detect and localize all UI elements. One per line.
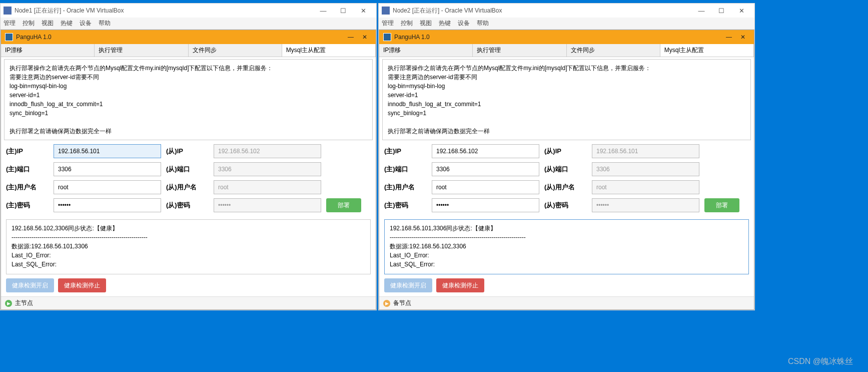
tab-filesync[interactable]: 文件同步 [189, 44, 282, 57]
menu-hotkey[interactable]: 热键 [61, 19, 73, 28]
virtualbox-window-node2: Node2 [正在运行] - Oracle VM VirtualBox — ☐ … [378, 3, 755, 310]
status-textbox: 192.168.56.101,3306同步状态:【健康】------------… [384, 219, 749, 274]
label-slave-ip: (从)IP [544, 147, 587, 156]
watermark: CSDN @魄冰蛛丝 [788, 356, 853, 367]
label-slave-port: (从)端口 [166, 165, 209, 174]
tab-filesync[interactable]: 文件同步 [567, 44, 660, 57]
close-icon[interactable]: ✕ [353, 5, 373, 17]
tab-mysql[interactable]: Mysql主从配置 [660, 44, 754, 57]
config-form: (主)IP (从)IP (主)端口 (从)端口 (主)用户名 (从)用户名 (主… [1, 144, 376, 217]
app-icon [5, 33, 13, 41]
minimize-icon[interactable]: — [691, 5, 711, 17]
slave-ip-input [214, 144, 321, 158]
tab-bar: IP漂移 执行管理 文件同步 Mysql主从配置 [1, 44, 376, 57]
tab-ipdrift[interactable]: IP漂移 [379, 44, 473, 57]
play-icon: ▶ [5, 300, 12, 307]
master-user-input[interactable] [54, 180, 161, 194]
label-master-pwd: (主)密码 [384, 201, 427, 210]
master-user-input[interactable] [432, 180, 539, 194]
menu-help[interactable]: 帮助 [477, 19, 489, 28]
label-slave-user: (从)用户名 [544, 183, 587, 192]
deploy-button[interactable]: 部署 [326, 198, 361, 212]
menu-device[interactable]: 设备 [80, 19, 92, 28]
inner-minimize-icon[interactable]: — [722, 32, 736, 42]
node-role-label: 主节点 [15, 299, 33, 307]
menu-control[interactable]: 控制 [401, 19, 413, 28]
node-role-label: 备节点 [393, 299, 411, 307]
master-pwd-input[interactable] [54, 198, 161, 212]
tab-exec[interactable]: 执行管理 [473, 44, 566, 57]
vb-menubar: 管理 控制 视图 热键 设备 帮助 [379, 18, 754, 30]
slave-user-input [214, 180, 321, 194]
label-master-user: (主)用户名 [6, 183, 49, 192]
app-icon [383, 33, 391, 41]
status-textbox: 192.168.56.102,3306同步状态:【健康】------------… [6, 219, 371, 274]
label-slave-pwd: (从)密码 [544, 201, 587, 210]
vb-menubar: 管理 控制 视图 热键 设备 帮助 [1, 18, 376, 30]
menu-manage[interactable]: 管理 [382, 19, 394, 28]
master-port-input[interactable] [432, 162, 539, 176]
master-pwd-input[interactable] [432, 198, 539, 212]
label-slave-port: (从)端口 [544, 165, 587, 174]
label-master-ip: (主)IP [6, 147, 49, 156]
vb-titlebar[interactable]: Node2 [正在运行] - Oracle VM VirtualBox — ☐ … [379, 4, 754, 18]
maximize-icon[interactable]: ☐ [711, 5, 731, 17]
info-textbox: 执行部署操作之前请先在两个节点的Mysql配置文件my.ini的[mysqld]… [4, 59, 373, 140]
maximize-icon[interactable]: ☐ [333, 5, 353, 17]
inner-title: PanguHA 1.0 [394, 34, 430, 41]
label-master-port: (主)端口 [6, 165, 49, 174]
label-master-user: (主)用户名 [384, 183, 427, 192]
slave-port-input [214, 162, 321, 176]
label-slave-ip: (从)IP [166, 147, 209, 156]
health-stop-button[interactable]: 健康检测停止 [58, 278, 106, 292]
tab-ipdrift[interactable]: IP漂移 [1, 44, 95, 57]
label-master-ip: (主)IP [384, 147, 427, 156]
menu-hotkey[interactable]: 热键 [439, 19, 451, 28]
tab-mysql[interactable]: Mysql主从配置 [282, 44, 376, 57]
info-textbox: 执行部署操作之前请先在两个节点的Mysql配置文件my.ini的[mysqld]… [382, 59, 751, 140]
tab-exec[interactable]: 执行管理 [95, 44, 188, 57]
slave-port-input [592, 162, 699, 176]
menu-manage[interactable]: 管理 [4, 19, 16, 28]
inner-title: PanguHA 1.0 [16, 34, 52, 41]
minimize-icon[interactable]: — [313, 5, 333, 17]
slave-user-input [592, 180, 699, 194]
master-ip-input[interactable] [432, 144, 539, 158]
inner-minimize-icon[interactable]: — [344, 32, 358, 42]
label-master-port: (主)端口 [384, 165, 427, 174]
master-port-input[interactable] [54, 162, 161, 176]
slave-pwd-input [214, 198, 321, 212]
deploy-button[interactable]: 部署 [704, 198, 739, 212]
panguha-window: PanguHA 1.0 — ✕ IP漂移 执行管理 文件同步 Mysql主从配置… [1, 30, 376, 310]
label-master-pwd: (主)密码 [6, 201, 49, 210]
status-footer: ▶ 备节点 [379, 296, 754, 309]
vb-icon [382, 7, 390, 15]
health-stop-button[interactable]: 健康检测停止 [436, 278, 484, 292]
menu-device[interactable]: 设备 [458, 19, 470, 28]
inner-close-icon[interactable]: ✕ [358, 32, 372, 42]
menu-help[interactable]: 帮助 [99, 19, 111, 28]
vb-title: Node1 [正在运行] - Oracle VM VirtualBox [15, 7, 124, 15]
menu-view[interactable]: 视图 [42, 19, 54, 28]
inner-close-icon[interactable]: ✕ [736, 32, 750, 42]
vb-titlebar[interactable]: Node1 [正在运行] - Oracle VM VirtualBox — ☐ … [1, 4, 376, 18]
slave-pwd-input [592, 198, 699, 212]
menu-control[interactable]: 控制 [23, 19, 35, 28]
vb-title: Node2 [正在运行] - Oracle VM VirtualBox [393, 7, 502, 15]
health-start-button[interactable]: 健康检测开启 [384, 278, 432, 292]
health-start-button[interactable]: 健康检测开启 [6, 278, 54, 292]
tab-bar: IP漂移 执行管理 文件同步 Mysql主从配置 [379, 44, 754, 57]
menu-view[interactable]: 视图 [420, 19, 432, 28]
config-form: (主)IP (从)IP (主)端口 (从)端口 (主)用户名 (从)用户名 (主… [379, 144, 754, 217]
button-row: 健康检测开启 健康检测停止 [379, 278, 754, 296]
label-slave-user: (从)用户名 [166, 183, 209, 192]
inner-titlebar[interactable]: PanguHA 1.0 — ✕ [1, 30, 376, 44]
inner-titlebar[interactable]: PanguHA 1.0 — ✕ [379, 30, 754, 44]
close-icon[interactable]: ✕ [731, 5, 751, 17]
master-ip-input[interactable] [54, 144, 161, 158]
status-footer: ▶ 主节点 [1, 296, 376, 309]
button-row: 健康检测开启 健康检测停止 [1, 278, 376, 296]
slave-ip-input [592, 144, 699, 158]
panguha-window: PanguHA 1.0 — ✕ IP漂移 执行管理 文件同步 Mysql主从配置… [379, 30, 754, 310]
label-slave-pwd: (从)密码 [166, 201, 209, 210]
